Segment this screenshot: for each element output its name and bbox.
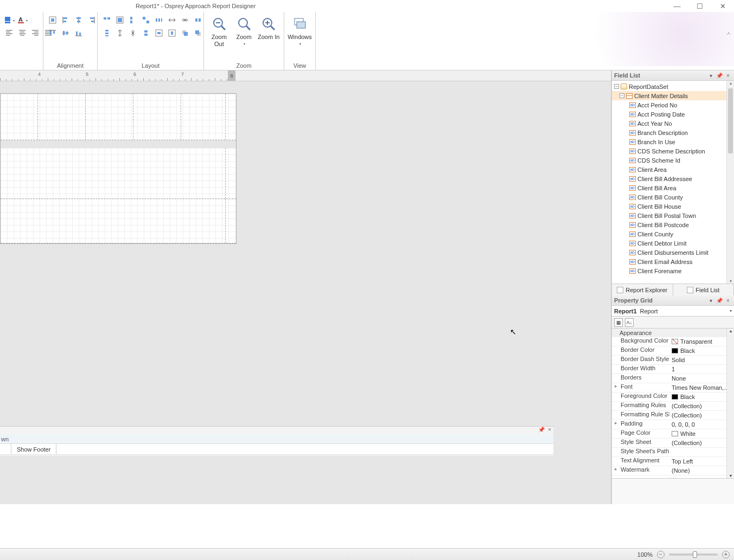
report-band[interactable] <box>1 199 236 243</box>
property-row[interactable]: Border ColorBlack <box>612 346 734 356</box>
tree-field[interactable]: abClient Forename <box>612 266 734 275</box>
tree-field[interactable]: abClient County <box>612 229 734 239</box>
tree-field[interactable]: abBranch In Use <box>612 137 734 146</box>
report-design-surface[interactable] <box>0 93 237 244</box>
panel-close-icon[interactable]: × <box>724 73 732 79</box>
property-row[interactable]: Formatting Rules(Collection) <box>612 402 734 411</box>
panel-close-icon[interactable]: × <box>724 298 732 304</box>
tree-field[interactable]: abClient Bill Area <box>612 183 734 192</box>
property-row[interactable]: Border Dash StyleSolid <box>612 356 734 365</box>
property-value[interactable] <box>669 448 734 456</box>
property-value[interactable]: 1 <box>669 365 734 374</box>
center-horizontal-button[interactable] <box>153 27 165 39</box>
property-row[interactable]: Background ColorTransparent <box>612 337 734 346</box>
field-list-scrollbar[interactable]: ▴ ▾ <box>726 81 734 284</box>
hspace-decrease-button[interactable] <box>179 14 191 26</box>
tree-table[interactable]: − Client Matter Details <box>612 91 734 100</box>
zoom-slider[interactable] <box>669 553 718 556</box>
property-value[interactable]: Black <box>669 392 734 401</box>
property-row[interactable]: ▸FontTimes New Roman,... <box>612 383 734 392</box>
field-list-header[interactable]: Field List ▾ 📌 × <box>612 70 734 81</box>
make-same-width-button[interactable] <box>101 14 113 26</box>
property-value[interactable]: Black <box>669 346 734 355</box>
align-right-button[interactable] <box>29 27 41 39</box>
property-row[interactable]: Page ColorWhite <box>612 429 734 439</box>
property-value[interactable]: (Collection) <box>669 439 734 447</box>
align-centers-button[interactable] <box>73 14 85 26</box>
expand-icon[interactable]: ▸ <box>612 466 620 475</box>
windows-button[interactable]: Windows ▾ <box>288 14 312 60</box>
property-value[interactable]: Top Left <box>669 457 734 466</box>
bottom-tab-row[interactable]: wn <box>0 434 553 444</box>
tree-field[interactable]: abAcct Period No <box>612 100 734 110</box>
scroll-up-icon[interactable]: ▴ <box>727 329 734 333</box>
property-row[interactable]: ▸Watermark(None) <box>612 466 734 475</box>
property-row[interactable]: ▸Padding0, 0, 0, 0 <box>612 420 734 429</box>
tab-field-list[interactable]: Field List <box>673 284 735 295</box>
tab-report-explorer[interactable]: Report Explorer <box>612 284 673 295</box>
tree-field[interactable]: abClient Bill Postal Town <box>612 211 734 220</box>
make-same-size-button[interactable] <box>140 14 152 26</box>
align-middles-button[interactable] <box>60 27 72 39</box>
vspace-decrease-button[interactable] <box>127 27 139 39</box>
align-lefts-button[interactable] <box>60 14 72 26</box>
property-value[interactable]: (Collection) <box>669 402 734 410</box>
tree-field[interactable]: abAcct Posting Date <box>612 110 734 119</box>
panel-menu-icon[interactable]: ▾ <box>707 298 714 304</box>
zoom-button[interactable]: Zoom ▾ <box>232 14 256 60</box>
property-row[interactable]: Style Sheet's Path <box>612 448 734 457</box>
send-to-back-button[interactable] <box>192 27 204 39</box>
expand-icon[interactable]: − <box>614 84 619 89</box>
panel-close-icon[interactable]: × <box>548 427 551 434</box>
tree-field[interactable]: abClient Bill County <box>612 192 734 202</box>
property-grid-body[interactable]: Appearance ⌃ Background ColorTransparent… <box>612 329 734 478</box>
panel-pin-icon[interactable]: 📌 <box>538 427 545 434</box>
scroll-down-icon[interactable]: ▾ <box>727 279 734 284</box>
property-value[interactable]: Solid <box>669 356 734 364</box>
zoom-plus-button[interactable]: + <box>722 551 730 558</box>
property-value[interactable]: White <box>669 429 734 438</box>
align-rights-button[interactable] <box>86 14 98 26</box>
property-row[interactable]: Style Sheet(Collection) <box>612 439 734 448</box>
panel-pin-icon[interactable]: 📌 <box>716 73 723 79</box>
report-band[interactable] <box>1 94 236 140</box>
tree-field[interactable]: abClient Bill House <box>612 202 734 211</box>
maximize-button[interactable]: ☐ <box>688 0 711 12</box>
property-category[interactable]: Appearance ⌃ <box>612 329 734 337</box>
tree-field[interactable]: abCDS Scheme Description <box>612 146 734 156</box>
zoom-out-button[interactable]: Zoom Out <box>207 14 231 60</box>
field-list-tree[interactable]: − ReportDataSet − Client Matter Details … <box>612 81 734 284</box>
property-row[interactable]: Foreground ColorBlack <box>612 392 734 402</box>
align-tops-button[interactable] <box>47 27 59 39</box>
tree-field[interactable]: abBranch Description <box>612 128 734 137</box>
size-to-grid-button[interactable] <box>114 14 126 26</box>
make-same-height-button[interactable] <box>127 14 139 26</box>
center-vertical-button[interactable] <box>166 27 178 39</box>
property-grid-header[interactable]: Property Grid ▾ 📌 × <box>612 295 734 306</box>
hspace-increase-button[interactable] <box>166 14 178 26</box>
minimize-button[interactable]: — <box>666 0 688 12</box>
tree-field[interactable]: abClient Disbursements Limit <box>612 248 734 257</box>
hspace-remove-button[interactable] <box>192 14 204 26</box>
bottom-cell-show-footer[interactable]: Show Footer <box>11 444 56 454</box>
align-bottoms-button[interactable] <box>73 27 85 39</box>
tree-root[interactable]: − ReportDataSet <box>612 82 734 91</box>
panel-pin-icon[interactable]: 📌 <box>716 298 723 304</box>
align-to-grid-button[interactable] <box>47 14 59 26</box>
property-row[interactable]: BordersNone <box>612 374 734 383</box>
close-button[interactable]: ✕ <box>711 0 734 12</box>
panel-menu-icon[interactable]: ▾ <box>707 73 714 79</box>
property-value[interactable]: None <box>669 374 734 383</box>
tree-field[interactable]: abClient Debtor Limit <box>612 239 734 248</box>
ribbon-collapse-icon[interactable]: ㅅ <box>726 30 731 37</box>
expand-icon[interactable]: ▸ <box>612 383 620 392</box>
report-band[interactable] <box>1 148 236 199</box>
resize-grip[interactable]: ···· <box>612 475 734 479</box>
font-color-button[interactable]: A▾ <box>16 14 28 26</box>
property-row[interactable]: Text AlignmentTop Left <box>612 457 734 466</box>
align-left-button[interactable] <box>3 27 15 39</box>
property-row[interactable]: Formatting Rule Sheet(Collection) <box>612 411 734 420</box>
tree-field[interactable]: abClient Area <box>612 165 734 174</box>
tree-field[interactable]: abAcct Year No <box>612 119 734 128</box>
tree-field[interactable]: abClient Bill Addressee <box>612 174 734 183</box>
